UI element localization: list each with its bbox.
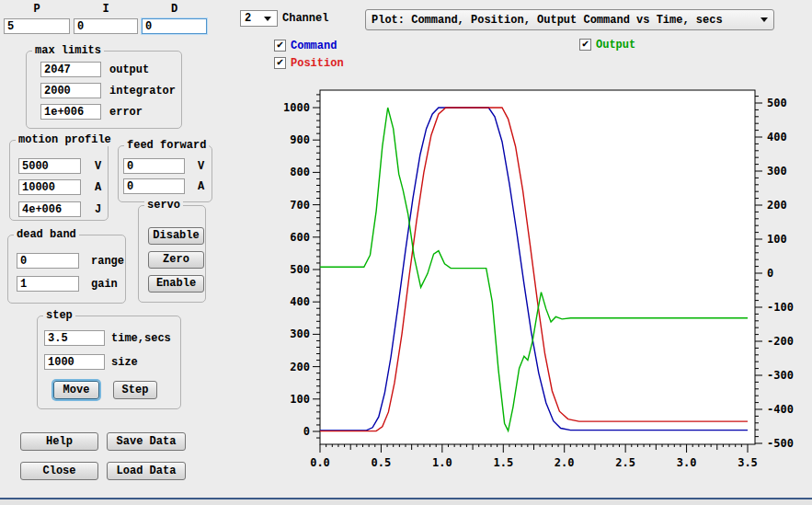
i-label: I [74, 3, 138, 16]
svg-text:400: 400 [767, 131, 787, 143]
svg-text:3.5: 3.5 [738, 456, 758, 469]
svg-text:100: 100 [767, 233, 787, 246]
p-label: P [4, 3, 70, 16]
svg-text:700: 700 [290, 199, 310, 212]
servo-group: servo Disable Zero Enable [138, 205, 206, 303]
output-checkbox[interactable]: ✔ [579, 39, 591, 51]
range-input[interactable] [17, 253, 79, 269]
max-error-label: error [109, 106, 143, 119]
max-limits-title: max limits [32, 44, 104, 57]
motion-profile-group: motion profile V A J [9, 140, 109, 221]
accel-label: A [95, 181, 101, 194]
svg-text:2.5: 2.5 [615, 456, 635, 469]
svg-text:600: 600 [290, 231, 310, 244]
dead-band-title: dead band [14, 228, 79, 241]
svg-text:1.5: 1.5 [493, 456, 513, 469]
enable-button[interactable]: Enable [148, 275, 204, 293]
max-output-label: output [109, 63, 149, 76]
feed-forward-group: feed forward V A [118, 145, 212, 202]
max-output-input[interactable] [40, 62, 101, 77]
dead-band-group: dead band range gain [7, 235, 126, 304]
svg-text:-500: -500 [767, 437, 794, 450]
svg-text:-400: -400 [767, 403, 794, 416]
svg-text:1000: 1000 [283, 101, 310, 114]
svg-text:200: 200 [767, 199, 787, 212]
close-button[interactable]: Close [20, 462, 98, 480]
max-error-input[interactable] [40, 104, 101, 120]
chevron-down-icon [761, 17, 768, 22]
accel-input[interactable] [18, 179, 81, 195]
step-time-label: time,secs [111, 332, 171, 345]
step-size-label: size [111, 356, 138, 369]
range-label: range [91, 255, 124, 268]
svg-text:0.0: 0.0 [310, 456, 330, 469]
bottom-status-strip [0, 498, 812, 505]
max-integrator-input[interactable] [40, 83, 101, 98]
svg-text:300: 300 [767, 165, 787, 178]
plot-select[interactable]: Plot: Command, Position, Output Command … [365, 9, 774, 30]
gain-label: gain [91, 278, 118, 291]
gain-input[interactable] [17, 276, 79, 292]
p-input[interactable] [4, 18, 70, 34]
channel-select[interactable]: 2 [240, 10, 278, 27]
load-data-button[interactable]: Load Data [107, 462, 186, 480]
ff-velocity-input[interactable] [123, 158, 185, 174]
command-checkbox-label: Command [291, 40, 337, 52]
d-label: D [142, 3, 207, 16]
svg-text:-200: -200 [767, 335, 794, 348]
svg-text:300: 300 [290, 327, 310, 340]
step-button[interactable]: Step [113, 381, 157, 399]
step-group: step time,secs size Move Step [37, 316, 181, 409]
servo-title: servo [144, 199, 183, 212]
svg-text:500: 500 [290, 263, 310, 276]
channel-select-value: 2 [241, 12, 264, 25]
plot-canvas: 01002003004005006007008009001000-500-400… [276, 83, 812, 474]
output-checkbox-label: Output [596, 39, 635, 52]
max-limits-group: max limits output integrator error [26, 51, 182, 129]
command-checkbox[interactable]: ✔ [274, 40, 286, 52]
velocity-input[interactable] [18, 158, 81, 174]
position-checkbox-label: Position [291, 57, 344, 70]
help-button[interactable]: Help [20, 432, 98, 451]
ff-accel-input[interactable] [123, 178, 185, 194]
ff-velocity-label: V [198, 160, 204, 173]
svg-text:-300: -300 [767, 369, 794, 382]
channel-label: Channel [282, 12, 328, 25]
ff-accel-label: A [198, 180, 204, 193]
i-input[interactable] [74, 18, 138, 34]
motion-profile-title: motion profile [16, 133, 114, 146]
svg-text:0: 0 [767, 267, 773, 280]
jerk-label: J [95, 203, 101, 216]
save-data-button[interactable]: Save Data [107, 432, 186, 451]
svg-text:3.0: 3.0 [677, 456, 697, 469]
svg-text:-100: -100 [767, 301, 794, 314]
step-size-input[interactable] [44, 354, 105, 370]
d-input[interactable] [142, 18, 207, 34]
feed-forward-title: feed forward [124, 139, 209, 152]
chevron-down-icon [264, 17, 271, 21]
step-time-input[interactable] [44, 330, 105, 346]
svg-text:2.0: 2.0 [555, 456, 575, 469]
svg-text:200: 200 [290, 361, 310, 373]
svg-text:0.5: 0.5 [372, 456, 392, 469]
max-integrator-label: integrator [109, 85, 176, 98]
position-checkbox[interactable]: ✔ [274, 57, 286, 69]
step-title: step [43, 309, 75, 322]
move-button[interactable]: Move [53, 381, 99, 399]
svg-text:500: 500 [767, 97, 787, 109]
svg-text:0: 0 [303, 425, 310, 438]
svg-text:900: 900 [290, 133, 310, 146]
zero-button[interactable]: Zero [148, 251, 204, 269]
disable-button[interactable]: Disable [148, 227, 204, 245]
svg-text:400: 400 [290, 295, 310, 308]
jerk-input[interactable] [18, 201, 81, 217]
svg-text:1.0: 1.0 [432, 456, 452, 469]
velocity-label: V [95, 160, 101, 173]
plot-select-value: Plot: Command, Position, Output Command … [366, 14, 761, 27]
svg-text:100: 100 [290, 393, 310, 406]
svg-text:800: 800 [290, 166, 310, 178]
